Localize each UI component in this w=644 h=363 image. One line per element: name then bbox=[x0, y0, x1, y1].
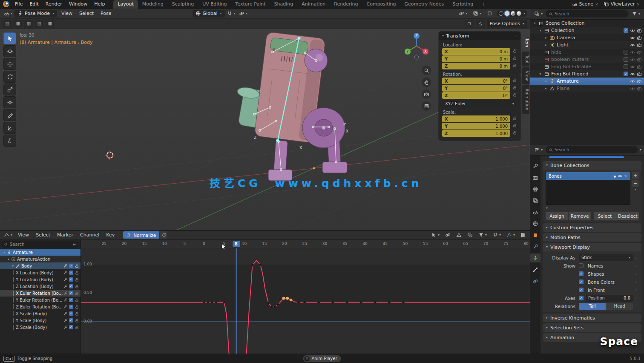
section-inverse-kinematics[interactable]: ▸Inverse Kinematics bbox=[543, 314, 641, 322]
editor-type-icon[interactable]: ▾ bbox=[3, 11, 14, 16]
outliner-row-frog-bot-editable[interactable]: Frog Bot Editable bbox=[530, 63, 644, 70]
pivot-icon[interactable] bbox=[519, 232, 527, 238]
camera-visibility-icon[interactable] bbox=[637, 57, 642, 62]
expand-icon[interactable]: ▾ bbox=[532, 21, 538, 25]
fmodifier-icon[interactable] bbox=[63, 284, 68, 289]
location-z-field[interactable]: Z0 m bbox=[442, 63, 510, 69]
menu-file[interactable]: File bbox=[12, 0, 26, 9]
channel-enable-checkbox[interactable]: ✓ bbox=[69, 311, 73, 316]
lock-icon[interactable] bbox=[75, 318, 79, 323]
fmodifier-icon[interactable] bbox=[63, 271, 68, 275]
list-expand-row[interactable]: ▸ bbox=[546, 205, 639, 210]
expand-icon[interactable]: ▸ bbox=[543, 36, 549, 40]
camera-visibility-icon[interactable] bbox=[637, 79, 642, 84]
camera-visibility-icon[interactable] bbox=[637, 50, 642, 55]
camera-visibility-icon[interactable] bbox=[637, 86, 642, 91]
lock-icon[interactable] bbox=[512, 130, 517, 136]
eye-icon[interactable] bbox=[630, 35, 635, 40]
channel-group-body[interactable]: ▾Body✓ bbox=[0, 262, 80, 269]
fmodifier-icon[interactable] bbox=[63, 277, 68, 282]
tool-measure[interactable] bbox=[3, 122, 16, 134]
shading-wireframe[interactable] bbox=[499, 11, 503, 16]
tool-preset-1[interactable] bbox=[3, 20, 12, 28]
channel-x-euler-rotation-bo-[interactable]: X Euler Rotation (Bo...✓ bbox=[0, 290, 80, 297]
eye-icon[interactable] bbox=[630, 72, 635, 77]
eye-icon[interactable] bbox=[630, 50, 635, 55]
location-x-field[interactable]: X0 m bbox=[442, 48, 510, 55]
properties-tab-data[interactable] bbox=[530, 254, 540, 262]
include-checkbox[interactable] bbox=[624, 50, 628, 55]
viewport-canvas[interactable]: ZX ZX fps: 30 (8) Armature | Armature : … bbox=[0, 29, 530, 230]
snap-toggle[interactable]: ▾ bbox=[226, 11, 237, 16]
channel-enable-checkbox[interactable]: ✓ bbox=[69, 284, 73, 288]
bone-collections-list[interactable]: Bones●☆ bbox=[546, 172, 630, 205]
scale-z-field[interactable]: Z1.000 bbox=[442, 130, 510, 137]
in-front-checkbox[interactable]: ✓ bbox=[579, 288, 584, 292]
grid-ortho-button[interactable] bbox=[422, 101, 431, 111]
filter-icon[interactable]: ▾ bbox=[630, 11, 641, 17]
tool-preset-5[interactable] bbox=[45, 20, 55, 28]
properties-tab-constraints[interactable] bbox=[530, 242, 540, 251]
fmodifier-icon[interactable] bbox=[63, 318, 68, 323]
section-selection-sets[interactable]: ▸Selection Sets bbox=[543, 323, 641, 332]
eye-icon[interactable] bbox=[630, 64, 635, 69]
lock-icon[interactable] bbox=[75, 305, 79, 309]
orientation-dropdown[interactable]: Global▾ bbox=[193, 10, 225, 17]
overlays-toggle[interactable]: ▾ bbox=[472, 11, 483, 16]
lock-icon[interactable] bbox=[512, 63, 517, 69]
channel-group-armature[interactable]: ▾Armature bbox=[0, 249, 80, 256]
camera-visibility-icon[interactable] bbox=[637, 28, 642, 33]
channel-enable-checkbox[interactable]: ✓ bbox=[69, 298, 73, 302]
rotation-y-field[interactable]: Y0° bbox=[442, 85, 510, 92]
normalize-auto-button[interactable] bbox=[160, 231, 167, 239]
include-checkbox[interactable] bbox=[624, 57, 628, 62]
graph-menu-channel[interactable]: Channel bbox=[77, 231, 103, 239]
rotation-x-field[interactable]: X0° bbox=[442, 78, 510, 84]
workspace-tab-modeling[interactable]: Modeling bbox=[138, 0, 168, 9]
fmodifier-icon[interactable] bbox=[63, 305, 68, 309]
bone-collection-item[interactable]: Bones●☆ bbox=[546, 172, 630, 180]
curve-area[interactable]: 1.00 0.50 0.00 bbox=[81, 248, 530, 354]
add-workspace-button[interactable]: + bbox=[477, 0, 490, 9]
tool-cursor[interactable] bbox=[3, 45, 16, 57]
outliner-row-frog-bot-rigged[interactable]: ▾Frog Bot Rigged✓ bbox=[530, 70, 644, 78]
properties-tab-output[interactable] bbox=[530, 184, 540, 193]
lock-icon[interactable] bbox=[512, 85, 517, 91]
properties-tab-scene[interactable] bbox=[530, 207, 540, 216]
section-custom-properties[interactable]: ▸Custom Properties bbox=[543, 223, 641, 232]
frame-ruler[interactable]: -25-20-15-10-505101520253035404550556065… bbox=[81, 240, 530, 248]
playhead-sync-icon[interactable]: ▾ bbox=[430, 232, 441, 238]
expand-icon[interactable]: ▸ bbox=[543, 86, 549, 90]
fmodifier-icon[interactable] bbox=[63, 264, 68, 268]
camera-visibility-icon[interactable] bbox=[637, 35, 642, 40]
channel-x-location-body-[interactable]: X Location (Body)✓ bbox=[0, 269, 80, 276]
channel-z-location-body-[interactable]: Z Location (Body)✓ bbox=[0, 283, 80, 290]
scene-selector[interactable]: Scene × bbox=[572, 1, 598, 7]
chevron-down-icon[interactable]: ▾ bbox=[640, 148, 641, 152]
channel-enable-checkbox[interactable]: ✓ bbox=[69, 264, 73, 268]
menu-render[interactable]: Render bbox=[42, 0, 66, 9]
workspace-tab-sculpting[interactable]: Sculpting bbox=[168, 0, 198, 9]
lock-icon[interactable] bbox=[75, 277, 79, 282]
axes-checkbox[interactable]: ✓ bbox=[579, 296, 584, 300]
eye-icon[interactable] bbox=[630, 86, 635, 91]
zoom-button[interactable] bbox=[422, 66, 431, 75]
camera-visibility-icon[interactable] bbox=[637, 43, 642, 48]
names-checkbox[interactable] bbox=[579, 263, 584, 268]
lock-icon[interactable] bbox=[75, 311, 79, 316]
sidebar-tab-view[interactable]: View bbox=[522, 67, 529, 84]
fmodifier-icon[interactable] bbox=[63, 325, 68, 330]
eye-icon[interactable] bbox=[618, 174, 622, 179]
viewport-menu-pose[interactable]: Pose bbox=[97, 9, 115, 18]
tool-preset-4[interactable] bbox=[34, 20, 44, 28]
xray-toggle[interactable] bbox=[486, 11, 494, 16]
menu-edit[interactable]: Edit bbox=[26, 0, 42, 9]
tool-extrude-hook[interactable] bbox=[3, 135, 16, 147]
lock-icon[interactable] bbox=[512, 49, 517, 55]
lock-icon[interactable] bbox=[75, 325, 79, 330]
star-icon[interactable]: ☆ bbox=[624, 174, 627, 178]
tool-preset-2[interactable] bbox=[13, 20, 23, 28]
shading-material[interactable] bbox=[511, 11, 515, 16]
channel-enable-checkbox[interactable]: ✓ bbox=[69, 291, 73, 295]
solo-icon[interactable]: ● bbox=[614, 175, 616, 178]
